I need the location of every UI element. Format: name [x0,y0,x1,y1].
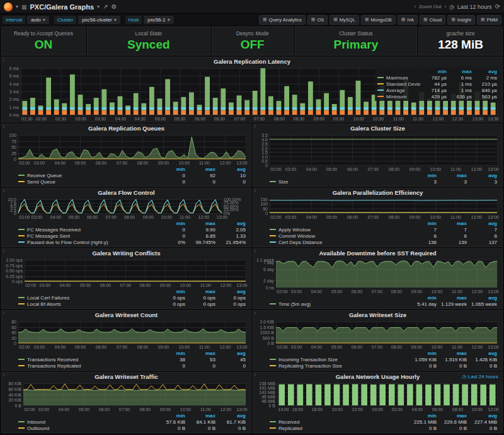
legend-series-label[interactable]: Standard Deviation [377,81,420,87]
legend-row: FC Messages Sent06.851.33 [18,233,246,239]
legend-series-label[interactable]: Cert Deps Distance [270,240,406,245]
panel-title[interactable]: Available Downtime before SST Required [253,249,502,257]
panel-title[interactable]: Galera Flow Control [2,188,251,197]
chart-canvas[interactable] [2,381,251,412]
legend-series-label[interactable]: Size [270,179,406,185]
timerange-picker[interactable]: Last 12 hours [457,4,492,10]
panel-info-icon[interactable]: i [255,188,256,193]
settings-gear-icon[interactable]: ⚙ [111,3,117,10]
legend-series-label[interactable]: Commit Window [270,233,406,239]
legend-series-label[interactable]: Apply Window [270,227,406,233]
panel-title[interactable]: Galera Replication Latency [2,57,502,66]
zoom-out-left-icon[interactable]: ‹ [414,4,416,9]
panel-legend: minmaxavgTime (5m avg)5.41 day1.129 week… [253,294,502,308]
chart-plot-area [2,319,251,350]
legend-series-label[interactable]: Paused due to Flow Control (right-y) [18,240,155,245]
var-host-value[interactable]: pxc56-1▾ [144,16,173,24]
chart-canvas[interactable] [253,197,502,220]
panel-title[interactable]: Galera Writeset Count [2,311,251,319]
legend-value: 0 B [437,363,467,369]
grid-icon: ▦ [311,17,316,22]
share-icon[interactable]: ↗ [103,3,108,10]
var-cluster-value[interactable]: pxc56-cluster▾ [78,16,120,24]
panel-info-icon[interactable]: i [255,373,256,377]
chart-canvas[interactable] [2,319,251,350]
legend-col-max: max [437,351,467,356]
legend-series-label[interactable]: Local Cert Failures [18,295,155,301]
legend-color-dash-icon [18,365,25,366]
var-interval-value[interactable]: auto▾ [27,16,49,24]
legend-series-label[interactable]: Maximum [377,75,420,81]
title-caret-icon[interactable]: ▾ [97,4,100,9]
legend-value: 503 µs [472,94,497,100]
panel-info-icon[interactable]: i [255,124,256,129]
dashboard-title[interactable]: PXC/Galera Graphs [30,3,94,11]
legend-col-avg: avg [467,295,497,301]
panel-info-icon[interactable]: i [3,124,4,129]
nav-link-ha[interactable]: ▦HA [398,15,418,25]
legend-color-dash-icon [377,83,384,84]
legend-series-label[interactable]: Local Bf Aborts [18,301,155,307]
legend-series-label[interactable]: Time (5m avg) [270,301,406,307]
legend-series-label[interactable]: Received [270,419,406,425]
zoom-out-right-icon[interactable]: › [445,4,447,9]
legend-series-label[interactable]: Replicating Transaction Size [270,363,406,369]
legend-series-label[interactable]: Inbound [18,419,155,425]
chart-canvas[interactable] [2,197,251,220]
panel-info-icon[interactable]: i [3,311,4,315]
legend-value: 0 B [185,426,215,431]
nav-link-cloud[interactable]: ▦Cloud [420,15,445,25]
panel-title[interactable]: Galera Parallelization Efficiency [253,188,502,197]
legend-series-label[interactable]: Replicated [270,426,406,431]
panel-title[interactable]: Galera Replication Queues [2,124,251,132]
panel-timerange-override[interactable]: ◷ Last 24 hours [462,374,498,380]
panel-title[interactable]: Galera Writeset Size [253,311,502,319]
legend-series-label[interactable]: Outbound [18,426,155,431]
legend-series-label[interactable]: Transactions Replicated [18,363,155,369]
nav-link-pmm[interactable]: ▦PMM [477,15,501,25]
chart-canvas[interactable] [2,257,251,288]
nav-link-os[interactable]: ▦OS [307,15,328,25]
legend-value: 0 ops [215,295,246,301]
legend-col-max: max [437,221,467,226]
legend-series-label[interactable]: Minimum [377,94,420,100]
chart-canvas[interactable] [253,319,502,350]
legend-value: 99.745% [185,240,215,245]
legend-series-label[interactable]: FC Messages Sent [18,233,155,239]
nav-link-insight[interactable]: ▦Insight [447,15,475,25]
legend-series-label[interactable]: Transactions Received [18,357,155,362]
panel-info-icon[interactable]: i [3,373,4,377]
chart-canvas[interactable] [2,132,251,166]
logo-caret-icon[interactable]: ▾ [16,4,18,9]
panel-info-icon[interactable]: i [3,249,4,253]
zoom-out-button[interactable]: Zoom Out [419,4,442,9]
panel-info-icon[interactable]: i [3,188,4,193]
legend-row: Minimum429 µs636 µs503 µs [377,93,497,100]
legend-value: 3 [437,179,467,185]
chart-canvas[interactable] [253,132,502,172]
panel-title[interactable]: Galera Writeset Traffic [2,373,251,381]
panel-info-icon[interactable]: i [255,249,256,253]
legend-value: 1.059 KiB [406,357,437,362]
legend-value: 1.426 KiB [467,357,497,362]
legend-value: 6 [467,233,497,239]
grafana-logo[interactable] [4,3,13,11]
chart-canvas[interactable] [253,257,502,294]
nav-link-query-analytics[interactable]: ▦Query Analytics [259,15,306,25]
legend-series-label[interactable]: Receive Queue [18,173,155,178]
legend-series-label[interactable]: Send Queue [18,179,155,185]
legend-col-max: max [437,295,467,301]
legend-value: 0 [155,179,185,185]
legend-series-label[interactable]: FC Messages Received [18,227,155,233]
legend-series-label[interactable]: Average [377,88,420,93]
nav-link-mongodb[interactable]: ▦MongoDB [361,15,396,25]
legend-series-label[interactable]: Incoming Transaction Size [270,357,406,362]
legend-col-max: max [185,289,215,294]
panel-info-icon[interactable]: i [255,311,256,315]
chart-canvas[interactable] [253,381,502,412]
panel-title[interactable]: Galera Cluster Size [253,124,502,132]
refresh-icon[interactable]: ⟳ [495,3,500,10]
panel-title[interactable]: Galera Writing Conflicts [2,249,251,257]
panel-info-icon[interactable]: i [3,57,4,62]
nav-link-mysql[interactable]: ▦MySQL [329,15,359,25]
